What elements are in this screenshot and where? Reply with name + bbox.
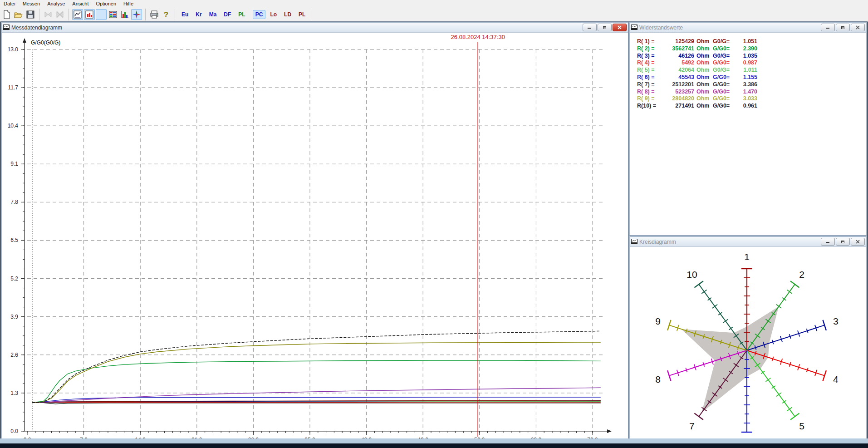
- menu-item-optionen[interactable]: Optionen: [92, 0, 120, 7]
- data-table-view-icon[interactable]: [108, 9, 118, 20]
- svg-text:9.1: 9.1: [10, 161, 18, 167]
- line-diagram-view-icon[interactable]: [72, 9, 83, 20]
- resistance-value: 45543: [662, 74, 694, 81]
- ratio-label: G0/G=: [713, 38, 734, 45]
- svg-text:10: 10: [687, 269, 697, 280]
- kreis-titlebar[interactable]: Kreisdiagramm: [630, 237, 866, 247]
- toolbar-button-lo-6[interactable]: Lo: [267, 10, 280, 19]
- menu-item-hilfe[interactable]: Hilfe: [120, 0, 137, 7]
- ratio-value: 0.987: [734, 59, 757, 67]
- ratio-value: 1.035: [734, 53, 757, 60]
- restore-button[interactable]: [598, 24, 612, 31]
- window-icon: [3, 24, 10, 32]
- resistance-value: 271491: [662, 103, 694, 110]
- resistance-unit: Ohm: [694, 38, 713, 45]
- toolbar-button-pc-5[interactable]: PC: [253, 10, 266, 19]
- ratio-value: 1.470: [734, 89, 757, 96]
- resistance-value: 3562741: [662, 45, 694, 53]
- resistance-value-list: R( 1) =125429OhmG0/G=1.051R( 2) =3562741…: [630, 33, 866, 110]
- ratio-label: G/G0=: [713, 81, 734, 89]
- menu-bar: DateiMessenAnalyseAnsichtOptionenHilfe: [0, 0, 868, 7]
- svg-text:0.0: 0.0: [10, 428, 18, 434]
- resistance-unit: Ohm: [694, 74, 713, 81]
- minimize-button[interactable]: [821, 24, 835, 31]
- toolbar-separator: [69, 9, 69, 20]
- toolbar-button-df-3[interactable]: DF: [221, 10, 234, 19]
- bar-chart-icon[interactable]: [119, 9, 130, 20]
- svg-text:5.2: 5.2: [10, 276, 18, 282]
- messdaten-titlebar[interactable]: Messdatendiagramm: [2, 23, 628, 33]
- toolbar-separator: [312, 9, 312, 20]
- resistance-value: 42064: [662, 67, 694, 74]
- window-icon: [631, 24, 638, 32]
- resistance-label: R( 5) =: [637, 67, 662, 74]
- svg-text:G/G0(G0/G): G/G0(G0/G): [31, 39, 60, 46]
- menu-item-messen[interactable]: Messen: [19, 0, 44, 7]
- resistance-label: R( 3) =: [637, 53, 662, 60]
- measurement-line-chart: 0.07.014.021.028.035.042.049.056.063.070…: [2, 33, 626, 439]
- menu-item-datei[interactable]: Datei: [0, 0, 19, 7]
- blank-view-icon[interactable]: [96, 9, 107, 20]
- resistance-unit: Ohm: [694, 59, 713, 67]
- window-widerstandswerte: Widerstandswerte R( 1) =125429OhmG0/G=1.…: [629, 22, 867, 236]
- resistance-unit: Ohm: [694, 95, 713, 103]
- window-messdatendiagramm: Messdatendiagramm 0.07.014.021.028.035.0…: [1, 22, 629, 442]
- resistance-unit: Ohm: [694, 67, 713, 74]
- minimize-button[interactable]: [583, 24, 597, 31]
- ratio-label: G/G0=: [713, 59, 734, 67]
- svg-text:10.4: 10.4: [8, 123, 19, 129]
- toolbar-button-pl-8[interactable]: PL: [296, 10, 308, 19]
- close-button[interactable]: [613, 24, 627, 31]
- open-file-icon[interactable]: [13, 9, 24, 20]
- close-button[interactable]: [851, 238, 865, 246]
- toolbar-button-ma-2[interactable]: Ma: [206, 10, 220, 19]
- ratio-value: 0.961: [734, 103, 757, 110]
- resistance-label: R(10) =: [637, 103, 662, 110]
- help-icon[interactable]: ?: [161, 9, 172, 20]
- resistance-value: 523257: [662, 89, 694, 96]
- toolbar: ?EuKrMaDFPLPCLoLDPL: [0, 7, 868, 22]
- save-file-icon[interactable]: [25, 9, 36, 20]
- new-file-icon[interactable]: [1, 9, 12, 20]
- toolbar-button-pl-4[interactable]: PL: [235, 10, 248, 19]
- resistance-value: 2804820: [662, 95, 694, 103]
- ratio-value: 1.051: [734, 38, 757, 45]
- svg-text:1.3: 1.3: [10, 390, 18, 396]
- resistance-value: 2512201: [662, 81, 694, 89]
- svg-text:9: 9: [655, 316, 661, 326]
- resistance-unit: Ohm: [694, 81, 713, 89]
- bar-diagram-view-icon[interactable]: [84, 9, 95, 20]
- minimize-button[interactable]: [821, 238, 835, 246]
- window-bottom-border: [0, 438, 868, 443]
- toolbar-button-eu-0[interactable]: Eu: [179, 10, 191, 19]
- restore-button[interactable]: [836, 238, 850, 246]
- resistance-label: R( 4) =: [637, 59, 662, 67]
- toolbar-button-kr-1[interactable]: Kr: [193, 10, 204, 19]
- toolbar-separator: [39, 9, 39, 20]
- resistance-value: 5492: [662, 59, 694, 67]
- merge-cancel-disabled-icon: [54, 9, 65, 20]
- ratio-label: G/G0=: [713, 89, 734, 96]
- restore-button[interactable]: [836, 24, 850, 31]
- window-title: Kreisdiagramm: [639, 239, 676, 245]
- svg-text:13.0: 13.0: [8, 46, 19, 53]
- messdaten-chart-area: 0.07.014.021.028.035.042.049.056.063.070…: [2, 33, 628, 441]
- toolbar-button-ld-7[interactable]: LD: [281, 10, 294, 19]
- ratio-label: G0/G=: [713, 53, 734, 60]
- resistance-row: R( 7) =2512201OhmG/G0=3.386: [637, 81, 866, 89]
- svg-text:3: 3: [833, 316, 839, 326]
- menu-item-analyse[interactable]: Analyse: [44, 0, 69, 7]
- compass-cross-icon[interactable]: [131, 9, 142, 20]
- merge-disabled-icon: [43, 9, 54, 20]
- resistance-row: R( 8) =523257OhmG/G0=1.470: [637, 89, 866, 96]
- resistance-unit: Ohm: [694, 53, 713, 60]
- ratio-label: G/G0=: [713, 45, 734, 53]
- menu-item-ansicht[interactable]: Ansicht: [69, 0, 92, 7]
- print-icon[interactable]: [149, 9, 160, 20]
- resistance-label: R( 7) =: [637, 81, 662, 89]
- close-button[interactable]: [851, 24, 865, 31]
- svg-text:8: 8: [655, 374, 661, 384]
- application-window: DateiMessenAnalyseAnsichtOptionenHilfe ?…: [0, 0, 868, 448]
- widerstand-titlebar[interactable]: Widerstandswerte: [630, 23, 866, 33]
- toolbar-separator: [145, 9, 146, 20]
